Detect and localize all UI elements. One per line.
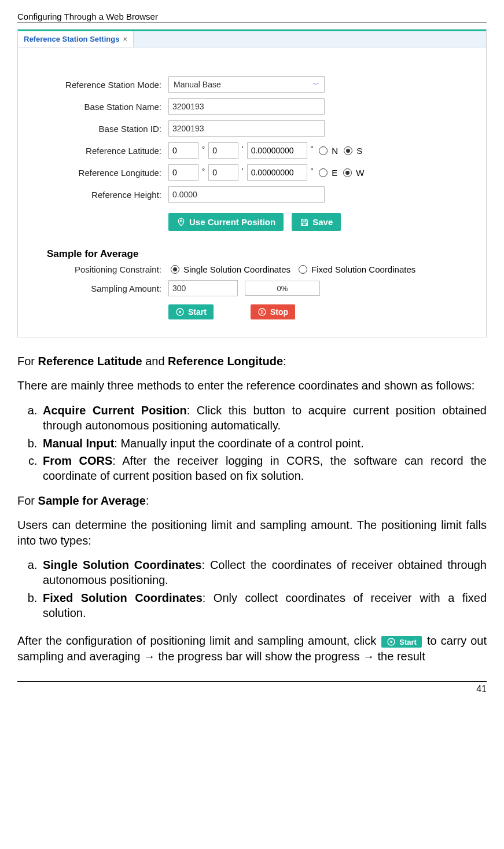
svg-rect-3 (262, 310, 262, 314)
radio-s[interactable] (344, 146, 352, 155)
methods-list: Acquire Current Position: Click this but… (41, 403, 487, 484)
btn-label: Use Current Position (189, 217, 275, 227)
btn-label: Stop (270, 307, 288, 317)
sec-symbol: " (311, 167, 314, 175)
constraint-group: Single Solution Coordinates Fixed Soluti… (168, 264, 417, 274)
select-mode[interactable]: Manual Base ﹀ (168, 76, 325, 93)
para-after-config: After the configuration of positioning l… (17, 633, 487, 664)
list-item: Acquire Current Position: Click this but… (41, 403, 487, 433)
button-row-1: Use Current Position Save (168, 213, 469, 231)
label-n: N (332, 146, 338, 156)
btn-label: Save (312, 217, 333, 227)
label-fixed: Fixed Solution Coordinates (311, 264, 415, 274)
save-icon (300, 218, 309, 227)
label-name: Base Station Name: (47, 102, 168, 112)
label-s: S (356, 146, 362, 156)
radio-single[interactable] (171, 265, 179, 274)
types-list: Single Solution Coordinates: Collect the… (41, 557, 487, 621)
stop-icon (257, 307, 267, 317)
page-header: Configuring Through a Web Browser (17, 12, 487, 23)
use-current-position-button[interactable]: Use Current Position (168, 213, 284, 231)
page-number: 41 (17, 681, 487, 694)
list-item: From CORS: After the receiver logging in… (41, 453, 487, 484)
play-icon (175, 307, 185, 317)
min-symbol: ' (242, 145, 243, 153)
para-three-methods: There are mainly three methods to enter … (17, 378, 487, 393)
min-symbol: ' (242, 167, 243, 175)
radio-w[interactable] (343, 168, 352, 177)
stop-button[interactable]: Stop (251, 304, 295, 319)
svg-point-2 (259, 308, 266, 315)
btn-label: Start (399, 638, 417, 646)
lon-group: ° ' " E W (168, 164, 366, 181)
para-sample-avg: For Sample for Average: (17, 493, 487, 508)
label-w: W (356, 168, 364, 178)
sample-heading: Sample for Average (47, 248, 469, 260)
label-lon: Reference Longitude: (47, 168, 168, 178)
label-single: Single Solution Coordinates (183, 264, 290, 274)
sec-symbol: " (311, 145, 314, 153)
label-mode: Reference Station Mode: (47, 80, 168, 90)
tab-reference-station[interactable]: Reference Station Settings × (18, 31, 134, 47)
list-item: Manual Input: Manually input the coordin… (41, 436, 487, 451)
close-icon[interactable]: × (123, 35, 127, 43)
lat-min[interactable] (208, 142, 238, 159)
tab-label: Reference Station Settings (24, 35, 119, 43)
lon-sec[interactable] (247, 164, 307, 181)
input-amount[interactable] (168, 280, 238, 296)
lat-deg[interactable] (168, 142, 198, 159)
svg-point-0 (180, 220, 182, 222)
deg-symbol: ° (202, 167, 205, 175)
start-button[interactable]: Start (168, 304, 214, 319)
input-id[interactable] (168, 120, 325, 137)
chevron-down-icon: ﹀ (312, 80, 319, 90)
label-lat: Reference Latitude: (47, 146, 168, 156)
form-area: Reference Station Mode: Manual Base ﹀ Ba… (18, 47, 486, 337)
select-value: Manual Base (174, 80, 221, 89)
para-limit-types: Users can determine the positioning limi… (17, 517, 487, 548)
save-button[interactable]: Save (292, 213, 341, 231)
label-height: Reference Height: (47, 190, 168, 200)
radio-e[interactable] (319, 168, 328, 177)
progress-bar: 0% (245, 281, 320, 296)
list-item: Fixed Solution Coordinates: Only collect… (41, 590, 487, 621)
label-e: E (332, 168, 337, 178)
lat-sec[interactable] (247, 142, 307, 159)
lon-min[interactable] (208, 164, 238, 181)
lat-group: ° ' " N S (168, 142, 363, 159)
tabs-bar: Reference Station Settings × (18, 31, 486, 47)
pin-icon (176, 218, 186, 227)
config-screenshot: Reference Station Settings × Reference S… (17, 29, 487, 337)
label-amount: Sampling Amount: (47, 284, 168, 293)
inline-start-button[interactable]: Start (381, 636, 422, 648)
btn-label: Start (188, 307, 207, 317)
deg-symbol: ° (202, 145, 205, 153)
para-ref-latlon: For Reference Latitude and Reference Lon… (17, 354, 487, 369)
radio-n[interactable] (319, 146, 328, 155)
play-icon (387, 637, 396, 646)
list-item: Single Solution Coordinates: Collect the… (41, 557, 487, 588)
lon-deg[interactable] (168, 164, 198, 181)
label-constraint: Positioning Constraint: (47, 264, 168, 274)
input-height[interactable] (168, 186, 325, 203)
button-row-2: Start Stop (168, 304, 469, 319)
input-name[interactable] (168, 98, 325, 115)
svg-rect-4 (263, 310, 263, 314)
radio-fixed[interactable] (299, 265, 307, 274)
label-id: Base Station ID: (47, 124, 168, 134)
